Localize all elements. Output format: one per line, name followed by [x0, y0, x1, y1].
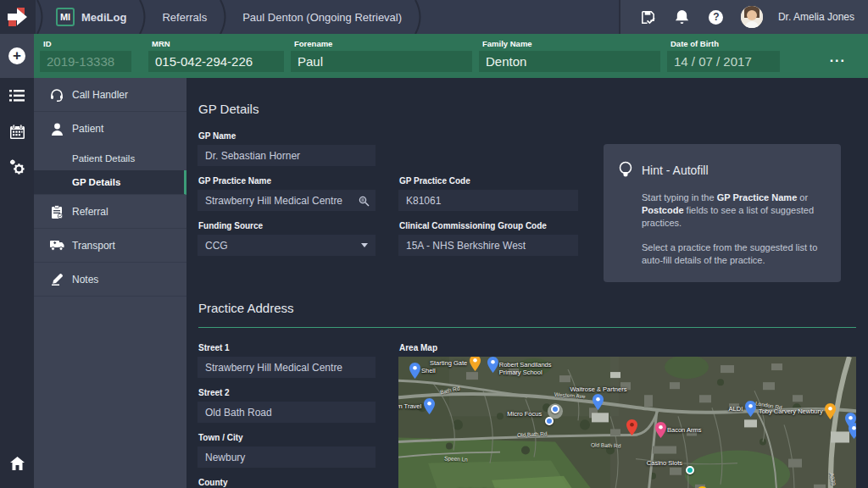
family-name-field[interactable] — [479, 51, 660, 72]
breadcrumb-record[interactable]: Paul Denton (Ongoing Retrieval) — [231, 0, 414, 34]
county-label: County — [198, 478, 398, 487]
address-form: Street 1 Street 2 Town / City County Pos… — [198, 333, 398, 488]
map-dot-marker — [545, 417, 554, 425]
gp-details-page: GP Details GP Name GP Pr — [186, 78, 868, 488]
settings-icon — [9, 159, 25, 175]
clipboard-check-icon — [49, 204, 64, 219]
funding-source-label: Funding Source — [198, 221, 376, 230]
save-icon — [640, 9, 656, 25]
forename-field[interactable] — [291, 51, 472, 72]
funding-source-select[interactable]: CCG — [198, 235, 376, 256]
gp-practice-name-label: GP Practice Name — [198, 176, 376, 186]
sidebar-item-patient[interactable]: Patient — [34, 112, 186, 146]
map-road-label: Speen Ln — [444, 455, 468, 462]
mrn-field[interactable] — [148, 51, 284, 72]
home-icon — [10, 457, 25, 470]
dob-label: Date of Birth — [670, 39, 780, 48]
breadcrumb-referrals[interactable]: Referrals — [150, 0, 219, 34]
practice-search-button[interactable] — [357, 194, 370, 208]
lightbulb-icon — [617, 161, 634, 180]
map-pin-orange-icon — [470, 357, 481, 374]
sidebar-item-label: Referral — [72, 206, 108, 218]
map-road-label: Old Bath Rd — [591, 441, 621, 448]
sidebar-item-referral[interactable]: Referral — [34, 195, 186, 229]
map-pin-blue-icon — [849, 423, 856, 442]
headset-icon — [49, 87, 64, 103]
arrow-logo-icon — [7, 7, 29, 27]
map-pin-orange-icon — [825, 403, 836, 423]
map-pin-blue-icon — [487, 357, 498, 376]
avatar[interactable] — [741, 6, 763, 28]
area-map-label: Area Map — [399, 343, 856, 352]
top-bar: Ml MediLog Referrals Paul Denton (Ongoin… — [0, 0, 868, 34]
gp-practice-code-input[interactable] — [398, 190, 578, 211]
bell-icon — [675, 9, 689, 25]
app-logo[interactable] — [0, 0, 36, 34]
save-button[interactable] — [639, 8, 658, 26]
map-pin-blue-icon — [424, 398, 435, 418]
banner-more-button[interactable]: ... — [830, 39, 868, 64]
gp-practice-code-label: GP Practice Code — [399, 176, 578, 186]
calendar-icon — [10, 125, 25, 139]
add-record-button[interactable]: + — [0, 34, 34, 78]
notifications-button[interactable] — [673, 8, 692, 26]
chevron-down-icon — [361, 243, 368, 247]
map-place-label: Shell — [421, 367, 436, 374]
street2-label: Street 2 — [198, 388, 398, 397]
town-input[interactable] — [198, 446, 376, 468]
patient-banner: ID MRN Forename Family Name Date of Birt… — [34, 34, 868, 78]
breadcrumb-separator — [138, 0, 150, 34]
list-icon — [9, 89, 25, 103]
gp-details-title: GP Details — [198, 102, 856, 116]
sidebar-item-gp-details[interactable]: GP Details — [34, 170, 186, 195]
sidebar-item-label: Transport — [72, 240, 115, 252]
person-icon — [49, 121, 64, 136]
ccg-code-label: Clinical Commissioning Group Code — [399, 221, 578, 230]
ccg-code-input[interactable] — [398, 235, 578, 256]
rail-list-button[interactable] — [0, 78, 34, 114]
help-button[interactable]: ? — [707, 8, 726, 26]
street1-input[interactable] — [198, 357, 376, 378]
app-name: MediLog — [81, 11, 126, 24]
sidebar-item-call-handler[interactable]: Call Handler — [34, 78, 186, 112]
sidebar-item-transport[interactable]: Transport — [34, 229, 186, 263]
hint-body: Start typing in the GP Practice Name or … — [617, 191, 824, 267]
map-place-label: Bacon Arms — [667, 426, 701, 434]
sidebar-item-patient-details[interactable]: Patient Details — [34, 146, 186, 170]
sidebar-item-label: Call Handler — [72, 89, 128, 101]
map-place-label: Micro Focus — [507, 410, 542, 418]
gp-practice-name-input[interactable] — [198, 190, 376, 211]
id-field[interactable] — [40, 51, 131, 72]
map-road-label: Old Bath Rd — [517, 431, 548, 439]
hint-autofill-panel: Hint - Autofill Start typing in the GP P… — [604, 144, 841, 282]
sidebar-item-label: Patient Details — [72, 153, 135, 164]
icon-rail: + — [0, 34, 34, 488]
map-place-label: wn Travel — [398, 402, 421, 410]
rail-settings-button[interactable] — [0, 149, 34, 185]
street1-label: Street 1 — [198, 343, 398, 352]
map-road-label: A339 — [829, 472, 837, 485]
breadcrumb-brand[interactable]: Ml MediLog — [47, 0, 138, 34]
mrn-label: MRN — [152, 39, 284, 48]
rail-home-button[interactable] — [0, 446, 34, 481]
sidebar-item-notes[interactable]: Notes — [34, 263, 186, 297]
hint-paragraph-1: Start typing in the GP Practice Name or … — [642, 191, 824, 230]
map-overlay: ShellStarting GateRobert SandilandsPrima… — [398, 357, 856, 488]
map-place-label: ALDI — [729, 405, 743, 413]
user-name: Dr. Amelia Jones — [778, 11, 854, 23]
dob-field[interactable] — [667, 51, 780, 72]
map-place-label: Robert SandilandsPrimary School — [499, 361, 552, 376]
section-sidebar: Call Handler Patient Patient Details GP … — [34, 78, 186, 488]
medilog-badge: Ml — [56, 8, 75, 26]
gp-name-input[interactable] — [198, 145, 376, 166]
hint-title: Hint - Autofill — [642, 164, 709, 177]
map-dot-marker — [686, 466, 694, 474]
search-icon — [359, 196, 370, 207]
practice-address-title: Practice Address — [198, 301, 856, 328]
funding-source-value: CCG — [205, 240, 228, 252]
street2-input[interactable] — [198, 402, 376, 423]
rail-calendar-button[interactable] — [0, 114, 34, 149]
avatar-photo — [741, 6, 763, 28]
map-pin-pink-icon — [655, 422, 666, 441]
map-dot-marker — [551, 405, 559, 413]
